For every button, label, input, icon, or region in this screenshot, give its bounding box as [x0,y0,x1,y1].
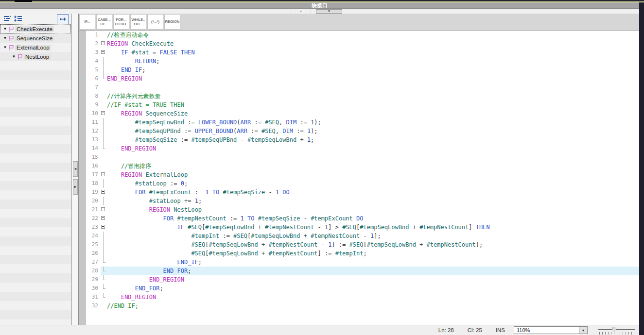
right-window-edge [639,2,644,335]
fold-guide [101,31,107,39]
toolbar-button-label: WHILE.. [132,17,145,22]
fold-collapse-icon[interactable] [101,170,107,179]
toolbar-button-if[interactable]: IF... [79,14,95,30]
code-line-body[interactable]: //冒泡排序 [101,162,639,170]
code-line-body[interactable]: #tempSeqLowBnd := LOWER_BOUND(ARR := #SE… [101,118,639,127]
toolbar-button-label: REGION [165,19,180,24]
code-line-body[interactable]: #SEQ[#tempSeqLowBnd + #tempNestCount - 1… [101,240,639,249]
code-line-body[interactable]: REGION NestLoop [101,205,639,214]
code-line-body[interactable]: END_REGION [101,293,639,302]
line-number: 26 [86,249,101,258]
code-line-24: 24 #tempInt := #SEQ[#tempSeqLowBnd + #te… [86,232,639,240]
fold-collapse-icon[interactable] [101,48,107,57]
collapse-interface-button[interactable]: ▼ [316,9,342,14]
tree-item-externalloop[interactable]: ▼ExternalLoop [0,43,71,52]
splitter-collapse-right-button[interactable]: ► [73,179,78,195]
code-line-5: 5 END_IF; [86,66,639,74]
dropdown-arrow-icon[interactable]: ▼ [579,327,587,334]
code-line-body[interactable]: END_FOR; [101,284,639,293]
code-line-body[interactable]: #tempInt := #SEQ[#tempSeqLowBnd + #tempN… [101,232,639,240]
fold-guide [101,258,107,267]
code-text: RETURN; [107,57,159,66]
code-line-20: 20 #statLoop += 1; [86,197,639,205]
interface-splitter-row: ▲ ▼ [0,9,639,14]
tree-expander-icon[interactable]: ▼ [2,45,8,50]
code-text: FOR #tempNestCount := 1 TO #tempSeqSize … [107,214,364,223]
code-line-body[interactable]: //计算序列元素数量 [101,92,639,100]
code-line-body[interactable]: IF #stat = FALSE THEN [101,48,639,57]
toolbar-button-case-of[interactable]: CASE...OF... [96,14,112,30]
code-line-body[interactable]: FOR #tempExCount := 1 TO #tempSeqSize - … [101,188,639,197]
code-text: #tempSeqLowBnd := LOWER_BOUND(ARR := #SE… [107,118,321,127]
code-line-body[interactable]: #tempSeqSize := #tempSeqUPBnd - #tempSeq… [101,135,639,144]
fold-collapse-icon[interactable] [101,223,107,232]
fold-guide [101,179,107,188]
code-line-body[interactable]: //检查启动命令 [101,31,639,39]
current-code-line[interactable]: END_FOR; [101,267,639,275]
code-line-body[interactable]: #statLoop += 1; [101,197,639,205]
code-line-body[interactable]: RETURN; [101,57,639,66]
toolbar-button-region[interactable]: REGION [164,14,180,30]
fold-collapse-icon[interactable] [101,188,107,197]
code-line-body[interactable]: #tempSeqUPBnd := UPPER_BOUND(ARR := #SEQ… [101,127,639,135]
expand-all-icon[interactable] [14,15,22,23]
fold-collapse-icon[interactable] [101,39,107,48]
code-line-body[interactable]: #statLoop := 0; [101,179,639,188]
tree-item-nestloop[interactable]: ▼NestLoop [9,52,71,61]
region-flag-icon [8,35,15,41]
toolbar-button-for-to-do[interactable]: FOR...TO DO.. [113,14,129,30]
code-line-body[interactable]: //END_IF; [101,302,639,310]
line-number: 13 [86,135,101,144]
line-number: 23 [86,223,101,232]
fold-guide [101,66,107,74]
zoom-slider-ticks [599,332,634,335]
code-line-9: 9//IF #stat = TRUE THEN [86,100,639,109]
toolbar-button-comment[interactable]: (*...*) [147,14,163,30]
fold-guide [101,83,107,92]
fold-collapse-icon[interactable] [101,109,107,118]
fold-collapse-icon[interactable] [101,214,107,223]
tree-expander-icon[interactable]: ▼ [11,54,17,59]
code-line-body[interactable]: END_IF; [101,258,639,267]
splitter-collapse-left-button[interactable]: ◄ [73,161,78,177]
code-line-body[interactable]: END_REGION [101,275,639,284]
code-line-4: 4 RETURN; [86,57,639,66]
line-number: 21 [86,205,101,214]
zoom-slider-thumb[interactable] [612,327,616,332]
line-number: 16 [86,162,101,170]
tree-item-checkexecute[interactable]: ▼CheckExecute [0,24,71,34]
code-line-body[interactable] [101,153,639,162]
code-line-body[interactable]: IF #SEQ[#tempSeqLowBnd + #tempNestCount … [101,223,639,232]
code-line-8: 8//计算序列元素数量 [86,92,639,100]
tree-item-sequencesize[interactable]: ▼SequenceSize [0,34,71,43]
code-line-body[interactable] [101,83,639,92]
code-line-body[interactable]: END_REGION [101,144,639,153]
zoom-level-dropdown[interactable]: 110% ▼ [514,326,588,334]
top-accent-line [0,1,644,2]
code-line-body[interactable]: //IF #stat = TRUE THEN [101,100,639,109]
code-line-body[interactable]: FOR #tempNestCount := 1 TO #tempSeqSize … [101,214,639,223]
code-line-11: 11 #tempSeqLowBnd := LOWER_BOUND(ARR := … [86,118,639,127]
resize-panel-button[interactable] [57,14,69,24]
code-line-body[interactable]: REGION CheckExecute [101,39,639,48]
fold-guide [101,57,107,66]
code-text: //冒泡排序 [107,162,151,170]
collapse-all-icon[interactable] [3,15,12,23]
line-number: 2 [86,39,101,48]
code-line-body[interactable]: REGION ExternalLoop [101,170,639,179]
fold-collapse-icon[interactable] [101,205,107,214]
code-text: IF #stat = FALSE THEN [107,48,195,57]
code-line-body[interactable]: #SEQ[#tempSeqLowBnd + #tempNestCount] :=… [101,249,639,258]
panel-splitter[interactable]: ◄ ► [71,13,79,325]
zoom-slider[interactable] [598,326,635,334]
code-text: FOR #tempExCount := 1 TO #tempSeqSize - … [107,188,290,197]
tree-expander-icon[interactable]: ▼ [2,36,8,40]
scl-code-editor[interactable]: 1//检查启动命令2REGION CheckExecute3 IF #stat … [86,30,639,325]
code-line-body[interactable]: END_IF; [101,66,639,74]
tree-expander-icon[interactable]: ▼ [2,27,8,31]
code-line-body[interactable]: REGION SequenceSize [101,109,639,118]
expand-interface-button[interactable]: ▲ [291,9,311,13]
line-number: 17 [86,170,101,179]
code-line-body[interactable]: END_REGION [101,74,639,83]
toolbar-button-while-do[interactable]: WHILE..DO... [130,14,146,30]
